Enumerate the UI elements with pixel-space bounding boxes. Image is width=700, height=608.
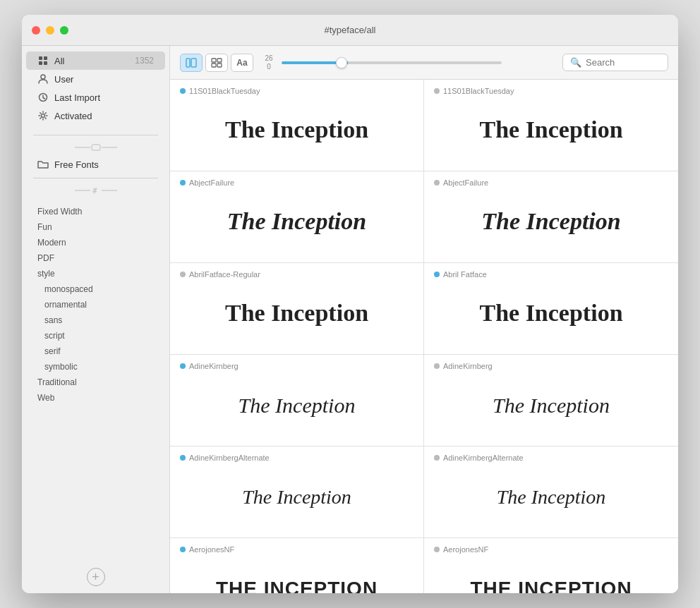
free-fonts-label: Free Fonts <box>54 159 99 170</box>
font-name: AbjectFailure <box>189 178 234 187</box>
content-area: Aa 26 0 🔍 <box>170 46 678 593</box>
font-preview: The Inception <box>481 193 620 251</box>
font-dot-active <box>180 88 186 94</box>
font-dot-inactive <box>434 363 440 369</box>
sidebar-item-last-import[interactable]: Last Import <box>26 88 165 107</box>
sidebar-tag-serif[interactable]: serif <box>22 343 169 359</box>
svg-text:#: # <box>92 186 97 195</box>
font-dot-inactive <box>180 272 186 277</box>
font-name: AdineKirnbergAlternate <box>189 454 270 462</box>
sidebar-top-section: All 1352 User <box>22 46 169 130</box>
tags-separator: # <box>22 183 169 198</box>
font-cell-5[interactable]: AbrilFatface-Regular The Inception <box>170 263 424 355</box>
font-name: AdineKirnberg <box>189 362 239 370</box>
svg-line-14 <box>40 118 41 118</box>
svg-rect-24 <box>217 59 222 62</box>
clock-icon <box>37 92 49 103</box>
svg-rect-0 <box>39 56 42 60</box>
maximize-button[interactable] <box>60 26 68 35</box>
svg-rect-22 <box>191 59 196 67</box>
font-preview: The Inception <box>239 376 356 434</box>
sun-icon <box>37 110 49 121</box>
sidebar-item-activated[interactable]: Activated <box>26 107 165 125</box>
sidebar-tag-script[interactable]: script <box>22 328 169 343</box>
search-input[interactable] <box>586 57 660 68</box>
minimize-button[interactable] <box>46 26 54 35</box>
window-title: #typeface/all <box>325 25 376 35</box>
sidebar-item-all[interactable]: All 1352 <box>26 51 165 70</box>
font-dot-active <box>180 455 186 461</box>
svg-point-6 <box>42 114 45 118</box>
sidebar-all-label: All <box>54 56 64 66</box>
font-preview: The Inception <box>497 468 606 526</box>
font-name-row: AdineKirnberg <box>434 362 668 370</box>
font-name: AbrilFatface-Regular <box>189 270 260 279</box>
font-grid: 11S01BlackTuesday The Inception 11S01Bla… <box>170 80 678 593</box>
search-box: 🔍 <box>562 54 668 71</box>
font-dot-inactive <box>434 180 440 186</box>
svg-rect-23 <box>212 59 216 62</box>
font-name: AerojonesNF <box>443 545 488 554</box>
sidebar-activated-label: Activated <box>54 111 92 121</box>
slider-labels: 26 0 <box>262 54 276 71</box>
sidebar-tag-modern[interactable]: Modern <box>22 235 169 250</box>
font-size-slider[interactable] <box>282 61 502 64</box>
toolbar: Aa 26 0 🔍 <box>170 46 678 80</box>
text-view-button[interactable]: Aa <box>231 54 253 72</box>
font-preview: The Inception <box>479 101 622 159</box>
sidebar-tag-sans[interactable]: sans <box>22 312 169 328</box>
font-cell-9[interactable]: AdineKirnbergAlternate The Inception <box>170 446 424 538</box>
svg-rect-25 <box>212 63 216 67</box>
font-name-row: AbjectFailure <box>434 178 668 187</box>
slider-value: 26 <box>265 54 272 63</box>
font-name: Abril Fatface <box>443 270 487 279</box>
font-preview: THE INCEPTION <box>216 559 378 593</box>
sidebar-tag-fun[interactable]: Fun <box>22 219 169 235</box>
sidebar-tag-traditional[interactable]: Traditional <box>22 375 169 390</box>
add-collection-button[interactable]: + <box>87 568 105 586</box>
font-cell-8[interactable]: AdineKirnberg The Inception <box>424 355 678 446</box>
font-dot-inactive <box>434 455 440 461</box>
font-cell-3[interactable]: AbjectFailure The Inception <box>170 171 424 263</box>
font-cell-2[interactable]: 11S01BlackTuesday The Inception <box>424 80 678 171</box>
font-preview: The Inception <box>242 468 351 526</box>
sidebar-bottom: + <box>22 561 169 593</box>
app-window: #typeface/all All 1352 <box>22 15 678 593</box>
font-preview: THE INCEPTION <box>470 559 632 593</box>
font-cell-12[interactable]: AerojonesNF THE INCEPTION <box>424 538 678 593</box>
font-name-row: AbjectFailure <box>180 178 414 187</box>
sidebar-view-button[interactable] <box>180 54 203 72</box>
svg-rect-26 <box>217 63 222 67</box>
font-cell-4[interactable]: AbjectFailure The Inception <box>424 171 678 263</box>
sidebar-item-free-fonts[interactable]: Free Fonts <box>26 155 165 174</box>
sidebar-item-user[interactable]: User <box>26 70 165 88</box>
font-dot-inactive <box>434 88 440 94</box>
divider-2 <box>33 178 158 178</box>
sidebar-tag-web[interactable]: Web <box>22 390 169 406</box>
font-name: AerojonesNF <box>189 545 234 554</box>
close-button[interactable] <box>32 26 40 35</box>
font-cell-10[interactable]: AdineKirnbergAlternate The Inception <box>424 446 678 538</box>
font-cell-11[interactable]: AerojonesNF THE INCEPTION <box>170 538 424 593</box>
font-name: 11S01BlackTuesday <box>443 87 514 95</box>
font-cell-7[interactable]: AdineKirnberg The Inception <box>170 355 424 446</box>
tags-section: Fixed Width Fun Modern PDF style monospa… <box>22 198 169 411</box>
svg-rect-16 <box>92 145 100 150</box>
sidebar-tag-symbolic[interactable]: symbolic <box>22 359 169 375</box>
grid-view-button[interactable] <box>205 54 228 72</box>
view-buttons: Aa <box>180 54 253 72</box>
font-name: AbjectFailure <box>443 178 488 187</box>
svg-line-13 <box>45 113 46 114</box>
svg-rect-3 <box>44 61 47 65</box>
sidebar-tag-style[interactable]: style <box>22 266 169 281</box>
font-cell-1[interactable]: 11S01BlackTuesday The Inception <box>170 80 424 171</box>
font-name-row: AdineKirnberg <box>180 362 414 370</box>
sidebar-tag-fixed-width[interactable]: Fixed Width <box>22 204 169 219</box>
sidebar-tag-ornamental[interactable]: ornamental <box>22 297 169 312</box>
sidebar-tag-monospaced[interactable]: monospaced <box>22 281 169 297</box>
font-cell-6[interactable]: Abril Fatface The Inception <box>424 263 678 355</box>
sidebar-all-count: 1352 <box>135 56 154 66</box>
sidebar-tag-pdf[interactable]: PDF <box>22 250 169 266</box>
text-view-label: Aa <box>236 58 247 68</box>
font-preview: The Inception <box>225 284 368 343</box>
